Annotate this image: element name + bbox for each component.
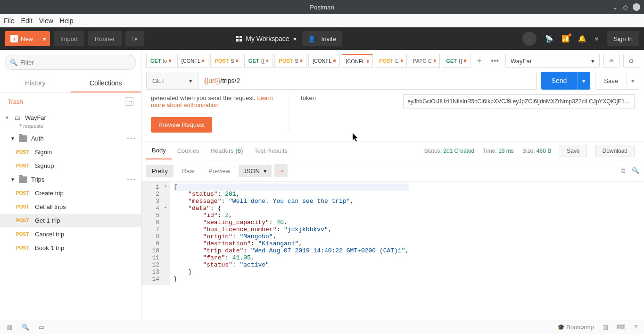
folder-auth[interactable]: ▼ Auth •••: [0, 132, 141, 145]
find-icon[interactable]: 🔍: [22, 324, 29, 331]
method-dropdown[interactable]: GET ▾: [146, 72, 198, 90]
menu-help[interactable]: Help: [60, 17, 74, 25]
send-dropdown[interactable]: ▾: [577, 72, 590, 90]
tab-overflow-button[interactable]: •••: [488, 57, 502, 65]
save-response-button[interactable]: Save: [560, 145, 586, 157]
window-title: Postman: [310, 4, 334, 11]
heart-icon[interactable]: ♥: [594, 35, 598, 42]
statusbar: ▥ 🔍 ▭ 🎓 Bootcamp ▥ ⌨ ?: [0, 320, 644, 334]
request-tab[interactable]: POST E: [375, 54, 407, 68]
request-tab[interactable]: [CONFL: [308, 54, 340, 68]
signin-button[interactable]: Sign In: [607, 31, 639, 46]
workspace-label: My Workspace: [246, 35, 289, 42]
broadcast-icon[interactable]: 📶: [561, 35, 570, 42]
preview-request-button[interactable]: Preview Request: [151, 117, 212, 133]
copy-response-icon[interactable]: ⧉: [621, 167, 625, 175]
status-value: 201 Created: [443, 148, 474, 154]
token-field-label: Token: [299, 94, 394, 133]
main-toolbar: + New ▾ Import Runner ▾ My Workspace ▾ 👤…: [0, 27, 644, 50]
request-tab[interactable]: POST S: [274, 54, 306, 68]
caret-down-icon: ▼: [5, 115, 9, 120]
console-icon[interactable]: ▭: [39, 324, 44, 331]
response-tab-body[interactable]: Body: [146, 142, 172, 159]
request-get-1-trip[interactable]: POSTGet 1 trip: [0, 214, 141, 227]
menu-view[interactable]: View: [39, 17, 53, 25]
folder-icon: [19, 176, 27, 183]
size-value: 480 B: [537, 148, 551, 154]
save-button[interactable]: Save: [595, 72, 627, 90]
url-input[interactable]: {{url}}/trips/2: [198, 72, 537, 90]
request-tab[interactable]: [CONFL: [177, 54, 209, 68]
environment-quicklook-button[interactable]: 👁: [603, 54, 619, 68]
wrap-lines-button[interactable]: ⇥: [274, 164, 288, 177]
request-signup[interactable]: POSTSignup: [0, 159, 141, 173]
capture-icon[interactable]: 📡: [545, 35, 553, 42]
request-tab[interactable]: POST S: [210, 54, 242, 68]
window-close-icon[interactable]: ✕: [633, 3, 640, 11]
request-create-trip[interactable]: POSTCreate trip: [0, 186, 141, 200]
invite-button[interactable]: 👤⁺ Invite: [302, 31, 342, 46]
request-tab[interactable]: [CONFL: [342, 54, 373, 68]
request-get-all-trips[interactable]: POSTGet all trips: [0, 200, 141, 214]
new-button-label: New: [21, 35, 33, 42]
sync-disabled-icon[interactable]: ⟋: [522, 32, 537, 46]
runner-label: Runner: [95, 35, 115, 42]
new-tab-button[interactable]: +: [474, 57, 484, 65]
download-response-button[interactable]: Download: [595, 145, 635, 157]
open-new-window-button[interactable]: ▾: [125, 31, 144, 46]
request-tab[interactable]: GET {{: [244, 54, 273, 68]
url-path: /trips/2: [220, 77, 240, 84]
bootcamp-link[interactable]: 🎓 Bootcamp: [557, 324, 594, 331]
trash-link[interactable]: Trash: [8, 98, 23, 105]
fold-gutter: ▾▾: [164, 182, 170, 285]
more-icon[interactable]: •••: [127, 176, 136, 183]
response-body-viewer[interactable]: 1234567891011121314 ▾▾ { "status": 201, …: [141, 181, 644, 285]
notifications-icon[interactable]: 🔔: [578, 35, 586, 42]
menu-edit[interactable]: Edit: [21, 17, 33, 25]
token-input[interactable]: eyJhbGciOiJIUzI1NiIsInR5cCI6IkpXVCJ9.eyJ…: [403, 94, 635, 109]
folder-trips[interactable]: ▼ Trips •••: [0, 173, 141, 186]
sidebar-tab-collections[interactable]: Collections: [71, 75, 141, 92]
more-icon[interactable]: •••: [127, 135, 136, 142]
runner-button[interactable]: Runner: [88, 31, 122, 46]
collection-icon: 🗂: [14, 114, 20, 121]
save-dropdown[interactable]: ▾: [627, 72, 639, 90]
authorization-panel: generated when you send the request. Lea…: [141, 90, 644, 142]
eye-icon: 👁: [609, 58, 615, 65]
keyboard-shortcuts-icon[interactable]: ⌨: [617, 324, 626, 331]
new-dropdown-caret[interactable]: ▾: [39, 31, 50, 46]
sidebar-toggle-icon[interactable]: ▥: [7, 324, 12, 331]
request-tab[interactable]: GET {{: [442, 54, 471, 68]
import-button[interactable]: Import: [54, 31, 84, 46]
two-pane-icon[interactable]: ▥: [603, 324, 608, 331]
search-response-icon[interactable]: 🔍: [632, 167, 639, 175]
request-cancel-trip[interactable]: POSTCancel trip: [0, 227, 141, 241]
settings-button[interactable]: ⚙: [623, 54, 639, 68]
view-raw[interactable]: Raw: [176, 165, 200, 177]
collection-name: WayFar: [25, 114, 46, 121]
new-button[interactable]: + New ▾: [5, 31, 50, 46]
request-tab[interactable]: PATC C: [409, 54, 440, 68]
workspace-selector[interactable]: My Workspace ▾: [236, 35, 296, 42]
send-button[interactable]: Send: [541, 72, 578, 90]
response-tab-tests[interactable]: Test Results: [248, 142, 293, 159]
request-tab[interactable]: GET lo: [146, 54, 175, 68]
request-signin[interactable]: POSTSignin: [0, 145, 141, 159]
request-book-1-trip[interactable]: POSTBook 1 trip: [0, 241, 141, 255]
folder-label: Trips: [31, 176, 44, 183]
window-maximize-icon[interactable]: ◇: [623, 3, 628, 11]
help-icon[interactable]: ?: [634, 324, 637, 331]
response-tab-cookies[interactable]: Cookies: [172, 142, 205, 159]
filter-input[interactable]: [20, 59, 131, 66]
menu-file[interactable]: File: [4, 17, 15, 25]
filter-input-wrap[interactable]: 🔍: [5, 55, 136, 70]
view-preview[interactable]: Preview: [203, 165, 236, 177]
sidebar-tab-history[interactable]: History: [0, 75, 71, 92]
window-icon: [132, 35, 132, 42]
new-collection-icon[interactable]: ▭+: [125, 97, 133, 106]
response-language-dropdown[interactable]: JSON▾: [239, 165, 272, 177]
environment-selector[interactable]: WayFar ▾: [505, 54, 600, 68]
response-tab-headers[interactable]: Headers (6): [205, 142, 249, 159]
window-minimize-icon[interactable]: ⌄: [612, 3, 618, 11]
view-pretty[interactable]: Pretty: [146, 165, 173, 177]
